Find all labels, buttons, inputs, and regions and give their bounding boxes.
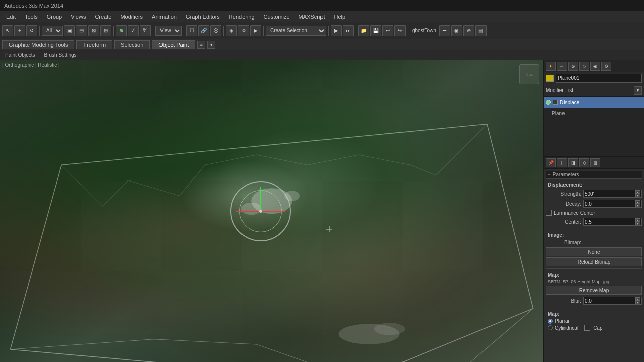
save-scene-btn[interactable]: 💾 bbox=[370, 25, 381, 36]
cap-label: Cap bbox=[593, 325, 602, 331]
title-bar: Autodesk 3ds Max 2014 bbox=[0, 0, 644, 11]
menu-rendering[interactable]: Rendering bbox=[225, 13, 259, 21]
decay-spinner: ▲ ▼ bbox=[635, 200, 640, 207]
decay-down[interactable]: ▼ bbox=[635, 204, 640, 207]
mirror-btn[interactable]: ⊟ bbox=[76, 25, 87, 36]
blur-value: 0.0 bbox=[585, 298, 592, 304]
menu-views[interactable]: Views bbox=[67, 13, 90, 21]
reload-bitmap-button[interactable]: Reload Bitmap bbox=[546, 257, 642, 266]
decay-up[interactable]: ▲ bbox=[635, 200, 640, 204]
menu-maxscript[interactable]: MAXScript bbox=[295, 13, 329, 21]
blur-label: Blur: bbox=[546, 298, 581, 304]
view-dropdown[interactable]: View bbox=[155, 26, 182, 36]
blur-down[interactable]: ▼ bbox=[635, 301, 640, 304]
open-scene-btn[interactable]: 📁 bbox=[358, 25, 369, 36]
menu-customize[interactable]: Customize bbox=[260, 13, 294, 21]
planar-radio[interactable] bbox=[548, 319, 553, 324]
material-editor-btn[interactable]: ◈ bbox=[226, 25, 237, 36]
align-btn[interactable]: ⊠ bbox=[88, 25, 99, 36]
scene-extra-btn[interactable]: ◉ bbox=[451, 25, 462, 36]
panel-icon-display[interactable]: ◉ bbox=[590, 62, 600, 71]
stack-remove-modifier-btn[interactable]: 🗑 bbox=[590, 158, 600, 167]
tabs-icon-btn[interactable]: ≡ bbox=[197, 41, 205, 49]
modifier-list-dropdown[interactable]: ▼ bbox=[634, 86, 642, 95]
scene-states-btn[interactable]: ☰ bbox=[439, 25, 450, 36]
link-btn[interactable]: 🔗 bbox=[198, 25, 209, 36]
none-button[interactable]: None bbox=[546, 247, 642, 256]
subtab-paint-objects[interactable]: Paint Objects bbox=[2, 52, 38, 58]
unlink-btn[interactable]: ⛓ bbox=[210, 25, 221, 36]
strength-down[interactable]: ▼ bbox=[635, 194, 640, 197]
scene-extra3-btn[interactable]: ▤ bbox=[475, 25, 487, 36]
select-tool-btn[interactable]: ↖ bbox=[2, 25, 13, 36]
center-down[interactable]: ▼ bbox=[635, 222, 640, 225]
center-up[interactable]: ▲ bbox=[635, 218, 640, 222]
scene-extra2-btn[interactable]: ⊕ bbox=[463, 25, 474, 36]
redo-btn[interactable]: ↪ bbox=[394, 25, 406, 36]
tab-selection[interactable]: Selection bbox=[114, 40, 150, 49]
render-setup-btn[interactable]: ⚙ bbox=[238, 25, 249, 36]
tab-object-paint[interactable]: Object Paint bbox=[152, 40, 195, 49]
strength-value-box[interactable]: 500' ▲ ▼ bbox=[583, 190, 642, 198]
move-tool-btn[interactable]: + bbox=[14, 25, 25, 36]
strength-up[interactable]: ▲ bbox=[635, 190, 640, 194]
panel-icon-motion[interactable]: ▷ bbox=[579, 62, 589, 71]
menu-graph-editors[interactable]: Graph Editors bbox=[182, 13, 224, 21]
panel-icon-modify[interactable]: ⊸ bbox=[557, 62, 567, 71]
compass-indicator: illus bbox=[519, 64, 539, 84]
decay-label: Decay: bbox=[546, 201, 581, 207]
rotate-tool-btn[interactable]: ↺ bbox=[26, 25, 37, 36]
quick-align-btn[interactable]: ⊞ bbox=[100, 25, 111, 36]
cap-checkbox[interactable] bbox=[584, 325, 590, 331]
panel-icon-create[interactable]: ✦ bbox=[546, 62, 556, 71]
modifier-displace[interactable]: Displace bbox=[544, 97, 644, 108]
stack-pin-btn[interactable]: 📌 bbox=[546, 158, 556, 167]
blur-up[interactable]: ▲ bbox=[635, 297, 640, 301]
luminance-checkbox[interactable] bbox=[546, 210, 552, 216]
modifier-check-displace[interactable] bbox=[553, 100, 558, 105]
center-value-box[interactable]: 0.5 ▲ ▼ bbox=[583, 218, 642, 226]
modifier-bulb-displace[interactable] bbox=[546, 100, 551, 105]
menu-tools[interactable]: Tools bbox=[21, 13, 42, 21]
center-value: 0.5 bbox=[585, 219, 592, 225]
toolbar-sep-6 bbox=[263, 26, 264, 36]
modifier-plane[interactable]: Plane bbox=[544, 108, 644, 119]
modifier-stack: Displace Plane bbox=[544, 97, 644, 157]
remove-map-button[interactable]: Remove Map bbox=[546, 286, 642, 295]
named-select-btn[interactable]: ☐ bbox=[186, 25, 197, 36]
decay-value-box[interactable]: 0.0 ▲ ▼ bbox=[583, 200, 642, 208]
play-anim-btn[interactable]: ▶ bbox=[331, 25, 342, 36]
angle-snap-btn[interactable]: ∠ bbox=[128, 25, 139, 36]
stack-show-result-btn[interactable]: ◨ bbox=[568, 158, 578, 167]
render-btn[interactable]: ▶ bbox=[250, 25, 261, 36]
menu-create[interactable]: Create bbox=[91, 13, 115, 21]
tabs-more-btn[interactable]: ▾ bbox=[207, 41, 215, 49]
menu-help[interactable]: Help bbox=[330, 13, 350, 21]
tab-freeform[interactable]: Freeform bbox=[76, 40, 112, 49]
menu-animation[interactable]: Animation bbox=[148, 13, 181, 21]
viewport[interactable]: | Orthographic | Realistic | illus bbox=[0, 60, 543, 362]
percent-snap-btn[interactable]: % bbox=[140, 25, 151, 36]
tab-graphite[interactable]: Graphite Modeling Tools bbox=[2, 40, 74, 49]
menu-group[interactable]: Group bbox=[43, 13, 66, 21]
object-color-swatch[interactable] bbox=[546, 75, 554, 82]
cylindrical-radio[interactable] bbox=[548, 325, 553, 330]
select-all-btn[interactable]: ▣ bbox=[64, 25, 75, 36]
luminance-row: Luminance Center bbox=[546, 209, 642, 217]
subtab-brush-settings[interactable]: Brush Settings bbox=[41, 52, 79, 58]
panel-icon-utilities[interactable]: ⚙ bbox=[601, 62, 611, 71]
blur-spinner: ▲ ▼ bbox=[635, 297, 640, 304]
panel-icon-hierarchy[interactable]: ⊗ bbox=[568, 62, 578, 71]
create-selection-dropdown[interactable]: Create Selection bbox=[266, 26, 326, 36]
snap-toggle-btn[interactable]: ⊕ bbox=[116, 25, 127, 36]
params-header: Parameters bbox=[546, 171, 642, 179]
stack-show-end-btn[interactable]: | bbox=[557, 158, 567, 167]
next-frame-btn[interactable]: ⏭ bbox=[343, 25, 354, 36]
select-filter-dropdown[interactable]: All bbox=[42, 26, 63, 36]
menu-modifiers[interactable]: Modifiers bbox=[116, 13, 147, 21]
stack-make-unique-btn[interactable]: ◇ bbox=[579, 158, 589, 167]
undo-btn[interactable]: ↩ bbox=[382, 25, 393, 36]
blur-value-box[interactable]: 0.0 ▲ ▼ bbox=[583, 297, 642, 305]
object-name-input[interactable] bbox=[556, 74, 642, 83]
menu-edit[interactable]: Edit bbox=[2, 13, 20, 21]
